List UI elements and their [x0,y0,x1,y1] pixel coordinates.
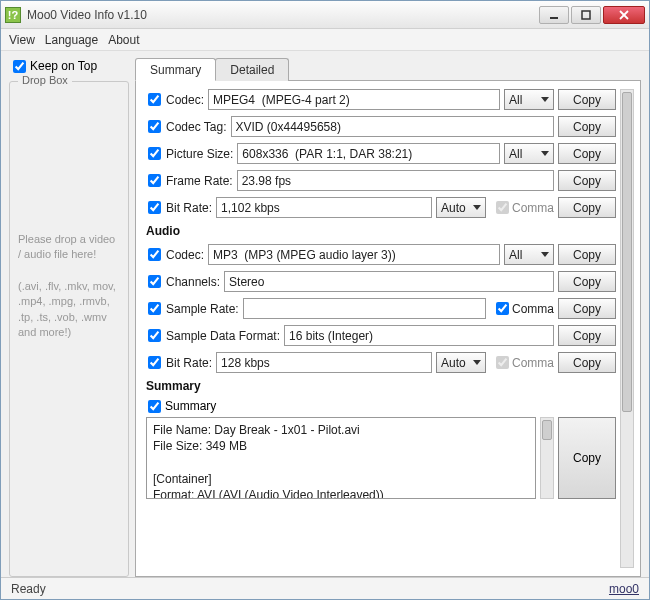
sample-rate-copy-button[interactable]: Copy [558,298,616,319]
keep-on-top-checkbox[interactable]: Keep on Top [9,57,129,75]
maximize-button[interactable] [571,6,601,24]
menubar: View Language About [1,29,649,51]
row-channels: Channels: Copy [142,271,616,292]
picture-size-field[interactable] [237,143,500,164]
bit-rate-a-label: Bit Rate: [166,356,212,370]
bit-rate-a-field[interactable] [216,352,432,373]
a-codec-label: Codec: [166,248,204,262]
summary-box: File Name: Day Break - 1x01 - Pilot.avi … [146,417,616,499]
menu-view[interactable]: View [9,33,35,47]
row-codec-tag: Codec Tag: Copy [142,116,616,137]
chevron-down-icon [473,205,481,210]
bit-rate-v-select[interactable]: Auto [436,197,486,218]
channels-label: Channels: [166,275,220,289]
summary-textarea[interactable]: File Name: Day Break - 1x01 - Pilot.avi … [146,417,536,499]
section-summary: Summary [146,379,616,393]
right-column: Summary Detailed Codec: All Copy Codec T… [135,57,641,577]
sample-fmt-copy-button[interactable]: Copy [558,325,616,346]
sample-fmt-label: Sample Data Format: [166,329,280,343]
picture-size-select[interactable]: All [504,143,554,164]
a-codec-copy-button[interactable]: Copy [558,244,616,265]
sample-fmt-checkbox[interactable] [148,329,161,342]
codec-tag-label: Codec Tag: [166,120,227,134]
titlebar: !? Moo0 Video Info v1.10 [1,1,649,29]
close-button[interactable] [603,6,645,24]
dropbox[interactable]: Drop Box Please drop a video / audio fil… [9,81,129,577]
app-icon: !? [5,7,21,23]
tab-summary[interactable]: Summary [135,58,216,81]
tab-bar: Summary Detailed [135,57,641,81]
codec-select[interactable]: All [504,89,554,110]
codec-checkbox[interactable] [148,93,161,106]
bit-rate-a-select[interactable]: Auto [436,352,486,373]
dropbox-message-1: Please drop a video / audio file here! [18,232,120,263]
sample-fmt-field[interactable] [284,325,554,346]
section-audio: Audio [146,224,616,238]
summary-checkbox-row[interactable]: Summary [148,399,616,413]
frame-rate-label: Frame Rate: [166,174,233,188]
row-bit-rate-video: Bit Rate: Auto Comma Copy [142,197,616,218]
chevron-down-icon [473,360,481,365]
channels-checkbox[interactable] [148,275,161,288]
svg-rect-1 [582,11,590,19]
panel-scroll-thumb[interactable] [622,92,632,412]
row-picture-size: Picture Size: All Copy [142,143,616,164]
sample-rate-label: Sample Rate: [166,302,239,316]
picture-size-label: Picture Size: [166,147,233,161]
codec-tag-copy-button[interactable]: Copy [558,116,616,137]
row-frame-rate: Frame Rate: Copy [142,170,616,191]
codec-copy-button[interactable]: Copy [558,89,616,110]
status-text: Ready [11,582,46,596]
tab-panel: Codec: All Copy Codec Tag: Copy Picture … [135,81,641,577]
frame-rate-copy-button[interactable]: Copy [558,170,616,191]
panel-content: Codec: All Copy Codec Tag: Copy Picture … [142,89,616,568]
summary-scrollbar[interactable] [540,417,554,499]
codec-label: Codec: [166,93,204,107]
dropbox-message-2: (.avi, .flv, .mkv, mov, .mp4, .mpg, .rmv… [18,279,120,341]
bit-rate-a-comma: Comma [490,356,554,370]
row-bit-rate-audio: Bit Rate: Auto Comma Copy [142,352,616,373]
frame-rate-checkbox[interactable] [148,174,161,187]
keep-on-top-input[interactable] [13,60,26,73]
row-sample-rate: Sample Rate: Comma Copy [142,298,616,319]
a-codec-select[interactable]: All [504,244,554,265]
a-codec-checkbox[interactable] [148,248,161,261]
chevron-down-icon [541,97,549,102]
codec-field[interactable] [208,89,500,110]
sample-rate-comma[interactable]: Comma [490,302,554,316]
summary-scroll-thumb[interactable] [542,420,552,440]
bit-rate-v-checkbox[interactable] [148,201,161,214]
codec-tag-field[interactable] [231,116,555,137]
panel-scrollbar[interactable] [620,89,634,568]
bit-rate-v-field[interactable] [216,197,432,218]
picture-size-copy-button[interactable]: Copy [558,143,616,164]
frame-rate-field[interactable] [237,170,554,191]
bit-rate-a-comma-checkbox [496,356,509,369]
window-buttons [539,6,645,24]
sample-rate-checkbox[interactable] [148,302,161,315]
bit-rate-v-copy-button[interactable]: Copy [558,197,616,218]
bit-rate-v-comma-checkbox [496,201,509,214]
channels-field[interactable] [224,271,554,292]
status-link[interactable]: moo0 [609,582,639,596]
row-audio-codec: Codec: All Copy [142,244,616,265]
sample-rate-comma-checkbox[interactable] [496,302,509,315]
sample-rate-field[interactable] [243,298,486,319]
tab-detailed[interactable]: Detailed [215,58,289,81]
chevron-down-icon [541,151,549,156]
keep-on-top-label: Keep on Top [30,59,97,73]
summary-copy-button[interactable]: Copy [558,417,616,499]
chevron-down-icon [541,252,549,257]
bit-rate-a-copy-button[interactable]: Copy [558,352,616,373]
channels-copy-button[interactable]: Copy [558,271,616,292]
picture-size-checkbox[interactable] [148,147,161,160]
menu-language[interactable]: Language [45,33,98,47]
a-codec-field[interactable] [208,244,500,265]
codec-tag-checkbox[interactable] [148,120,161,133]
menu-about[interactable]: About [108,33,139,47]
bit-rate-v-comma: Comma [490,201,554,215]
summary-checkbox[interactable] [148,400,161,413]
status-bar: Ready moo0 [1,577,649,599]
bit-rate-a-checkbox[interactable] [148,356,161,369]
minimize-button[interactable] [539,6,569,24]
